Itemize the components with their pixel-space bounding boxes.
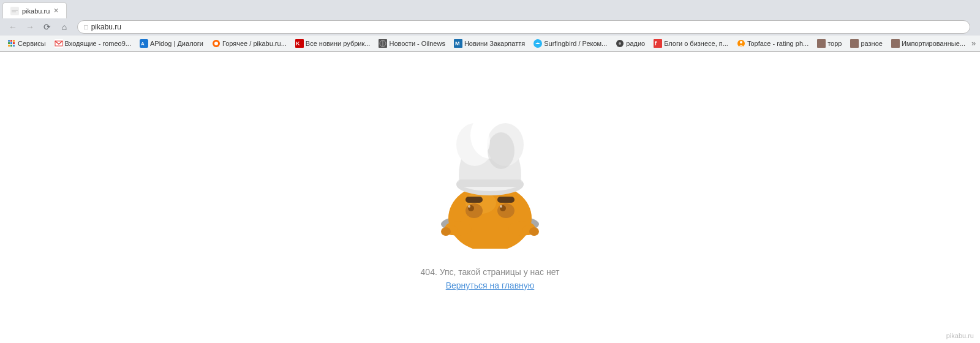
bookmark-favicon-blogs: f [654, 39, 662, 48]
bookmark-favicon-oilnews [379, 39, 387, 48]
svg-rect-12 [55, 39, 63, 48]
more-bookmarks-button[interactable]: » [971, 39, 976, 48]
address-bar[interactable]: □ pikabu.ru [77, 20, 970, 34]
svg-rect-34 [891, 39, 900, 48]
tab-favicon [10, 7, 19, 15]
bookmark-label: Блоги о бизнесе, п... [664, 40, 728, 47]
svg-point-41 [497, 203, 514, 218]
svg-rect-5 [13, 40, 15, 42]
page-icon: □ [84, 23, 88, 31]
bookmark-label: APidog | Диалоги [150, 40, 203, 47]
svg-rect-0 [10, 7, 19, 15]
pikabu-watermark: pikabu.ru [946, 332, 974, 334]
browser-chrome: pikabu.ru ✕ ← → ⟳ ⌂ □ pikabu.ru Сервисы [0, 0, 980, 52]
svg-point-40 [466, 203, 483, 218]
error-message: 404. Упс, такой страницы у нас нет [421, 267, 560, 277]
bookmark-label: Входящие - romeo9... [65, 40, 131, 47]
bookmark-favicon-servisy [7, 39, 16, 48]
bookmark-label: Topface - rating ph... [747, 40, 809, 47]
page-content: 404. Упс, такой страницы у нас нет Верну… [0, 52, 980, 334]
bookmark-novini[interactable]: K Все новини рубрик... [293, 38, 373, 49]
svg-rect-1 [12, 10, 18, 10]
tab-bar: pikabu.ru ✕ [0, 0, 980, 18]
bookmark-surfingbird[interactable]: Surfingbird / Реком... [531, 38, 609, 49]
reload-button[interactable]: ⟳ [39, 19, 55, 35]
forward-button[interactable]: → [22, 19, 38, 35]
bookmark-oilnews[interactable]: Новости - Oilnews [376, 38, 447, 49]
bookmark-blogs[interactable]: f Блоги о бизнесе, п... [651, 38, 731, 49]
home-button[interactable]: ⌂ [56, 19, 72, 35]
svg-rect-38 [466, 197, 483, 203]
bookmark-pikabu[interactable]: Горячее / pikabu.ru... [209, 38, 289, 49]
bookmark-favicon-inbox [55, 39, 63, 48]
bookmarks-bar: Сервисы Входящие - romeo9... A APidog | … [0, 36, 980, 51]
title-bar: ← → ⟳ ⌂ □ pikabu.ru [0, 18, 980, 36]
bookmark-label: радио [626, 40, 645, 47]
bookmark-favicon-zakarpattia: M [454, 39, 462, 48]
tab-label: pikabu.ru [22, 7, 50, 15]
home-link[interactable]: Вернуться на главную [446, 281, 535, 290]
bookmark-label: разное [861, 40, 882, 47]
svg-text:A: A [141, 41, 145, 47]
bookmark-label: торр [827, 40, 842, 47]
bookmark-zakarpattia[interactable]: M Новини Закарпаття [451, 38, 527, 49]
svg-point-44 [468, 205, 470, 208]
bookmark-label: Новости - Oilnews [389, 40, 445, 47]
bookmark-label: Сервисы [18, 40, 46, 47]
bookmark-favicon-surfingbird [533, 39, 542, 48]
bookmark-inbox[interactable]: Входящие - romeo9... [52, 38, 134, 49]
svg-rect-33 [850, 39, 859, 48]
svg-point-45 [500, 205, 502, 208]
active-tab[interactable]: pikabu.ru ✕ [2, 2, 67, 18]
svg-rect-58 [458, 179, 522, 187]
bookmark-radio[interactable]: радио [613, 38, 647, 49]
svg-text:K: K [296, 40, 300, 47]
svg-rect-3 [8, 40, 10, 42]
back-button[interactable]: ← [5, 19, 21, 35]
bookmark-favicon-topface [737, 39, 745, 48]
bookmark-label: Горячее / pikabu.ru... [222, 40, 287, 47]
bookmark-label: Surfingbird / Реком... [544, 40, 607, 47]
bookmark-apidog[interactable]: A APidog | Диалоги [137, 38, 206, 49]
bookmark-imported[interactable]: Импортированные... [889, 38, 968, 49]
bookmark-raznoe[interactable]: разное [848, 38, 884, 49]
svg-point-59 [475, 129, 490, 154]
bookmark-favicon-pikabu [212, 39, 221, 48]
svg-rect-6 [8, 42, 10, 44]
bookmark-label: Новини Закарпаття [464, 40, 525, 47]
bookmark-topface[interactable]: Topface - rating ph... [734, 38, 811, 49]
tab-close-button[interactable]: ✕ [53, 7, 59, 15]
svg-point-31 [740, 41, 742, 43]
svg-rect-7 [10, 42, 12, 44]
bookmark-servisy[interactable]: Сервисы [5, 38, 48, 49]
bookmark-favicon-raznoe [850, 39, 859, 48]
chef-svg [410, 96, 570, 249]
bookmark-favicon-radio [616, 39, 624, 48]
bookmark-torr[interactable]: торр [815, 38, 844, 49]
svg-rect-10 [10, 45, 12, 47]
svg-point-17 [214, 42, 218, 45]
bookmark-label: Все новини рубрик... [306, 40, 371, 47]
svg-rect-11 [13, 45, 15, 47]
error-illustration [410, 96, 570, 249]
svg-rect-4 [10, 40, 12, 42]
svg-rect-9 [8, 45, 10, 47]
bookmark-label: Импортированные... [902, 40, 965, 47]
bookmark-favicon-torr [817, 39, 826, 48]
svg-point-48 [441, 227, 451, 236]
svg-rect-2 [12, 12, 16, 12]
svg-point-57 [488, 132, 514, 169]
svg-rect-32 [817, 39, 826, 48]
svg-rect-39 [497, 197, 514, 203]
svg-point-27 [619, 42, 621, 45]
nav-buttons: ← → ⟳ ⌂ [5, 19, 72, 35]
svg-point-51 [529, 227, 539, 236]
bookmark-favicon-novini: K [295, 39, 304, 48]
url-text: pikabu.ru [91, 23, 121, 31]
bookmark-favicon-imported [891, 39, 900, 48]
bookmark-favicon-apidog: A [140, 39, 148, 48]
svg-text:M: M [455, 40, 460, 47]
svg-rect-8 [13, 42, 15, 44]
